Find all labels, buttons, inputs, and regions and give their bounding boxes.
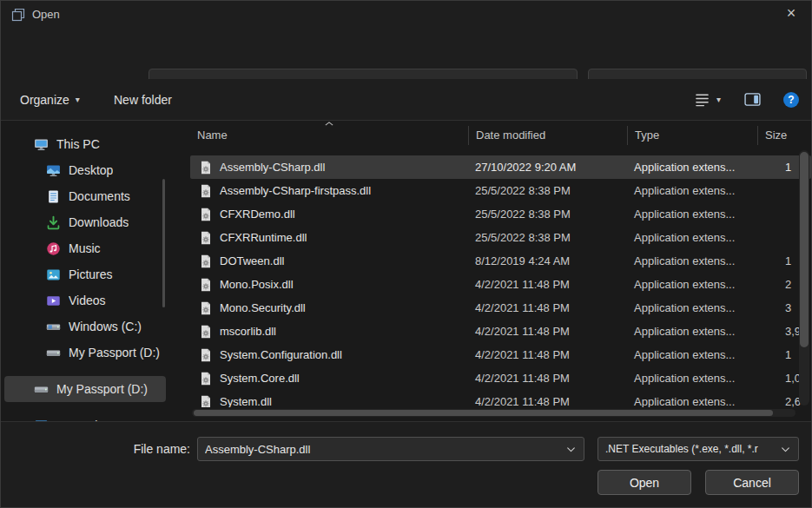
caret-down-icon: ▾ xyxy=(716,95,721,104)
pictures-icon xyxy=(46,267,61,282)
sidebar-item-music[interactable]: Music xyxy=(4,235,166,261)
dll-file-icon xyxy=(199,208,213,221)
window-title: Open xyxy=(32,1,60,29)
dll-file-icon xyxy=(199,231,213,245)
sort-ascending-icon xyxy=(325,122,333,126)
file-name-text: DOTween.dll xyxy=(220,254,284,267)
file-name-combobox[interactable] xyxy=(197,437,584,461)
sidebar-item-label: My Passport (D:) xyxy=(56,382,148,396)
desktop-icon xyxy=(46,163,61,178)
file-type: Application extens... xyxy=(627,301,757,314)
sidebar-item-network[interactable]: Network xyxy=(4,412,166,421)
file-name-label: File name: xyxy=(53,437,190,461)
file-name-text: Assembly-CSharp-firstpass.dll xyxy=(220,184,371,197)
dll-file-icon xyxy=(199,395,213,408)
file-row[interactable]: Assembly-CSharp-firstpass.dll 25/5/2022 … xyxy=(190,179,811,202)
cancel-button[interactable]: Cancel xyxy=(705,470,799,495)
sidebar-item-my-passport-d[interactable]: My Passport (D:) xyxy=(4,376,166,402)
file-row[interactable]: CFXRDemo.dll 25/5/2022 8:38 PM Applicati… xyxy=(190,202,811,226)
dll-file-icon xyxy=(199,278,213,292)
file-name-text: mscorlib.dll xyxy=(220,325,276,338)
file-row[interactable]: Assembly-CSharp.dll 27/10/2022 9:20 AM A… xyxy=(190,155,811,179)
file-row[interactable]: System.Core.dll 4/2/2021 11:48 PM Applic… xyxy=(190,366,811,390)
sidebar-item-my-passport-d[interactable]: My Passport (D:) xyxy=(4,340,166,366)
file-type: Application extens... xyxy=(627,348,757,361)
chevron-down-icon[interactable] xyxy=(780,444,791,455)
vertical-scrollbar-thumb[interactable] xyxy=(800,152,809,347)
file-type: Application extens... xyxy=(627,161,757,174)
organize-button[interactable]: Organize ▾ xyxy=(20,79,80,120)
dll-file-icon xyxy=(199,348,213,362)
sidebar-scrollbar[interactable] xyxy=(162,179,165,307)
help-icon: ? xyxy=(783,92,799,108)
file-row-name-cell: Mono.Security.dll xyxy=(190,301,468,315)
file-row[interactable]: CFXRRuntime.dll 25/5/2022 8:38 PM Applic… xyxy=(190,226,811,249)
file-row[interactable]: Mono.Security.dll 4/2/2021 11:48 PM Appl… xyxy=(190,296,811,320)
help-button[interactable]: ? xyxy=(783,79,799,120)
file-type: Application extens... xyxy=(627,395,757,407)
window-icon xyxy=(11,8,25,22)
new-folder-button[interactable]: New folder xyxy=(114,79,172,120)
file-type: Application extens... xyxy=(627,254,757,267)
sidebar-item-this-pc[interactable]: This PC xyxy=(4,131,166,157)
horizontal-scrollbar-thumb[interactable] xyxy=(194,410,773,416)
column-header-type[interactable]: Type xyxy=(627,126,757,145)
file-row-name-cell: CFXRDemo.dll xyxy=(190,208,468,221)
change-view-button[interactable]: ▾ xyxy=(694,79,721,120)
preview-pane-button[interactable] xyxy=(744,79,761,120)
dll-file-icon xyxy=(199,372,213,386)
file-row-name-cell: System.Core.dll xyxy=(190,372,468,386)
dll-file-icon xyxy=(199,254,213,268)
sidebar-item-label: This PC xyxy=(56,137,100,151)
column-header-date-modified[interactable]: Date modified xyxy=(468,126,627,145)
file-row-name-cell: Assembly-CSharp-firstpass.dll xyxy=(190,184,468,198)
column-header-name-label: Name xyxy=(197,129,228,142)
command-toolbar: Organize ▾ New folder ▾ ? xyxy=(1,79,811,121)
sidebar-item-desktop[interactable]: Desktop xyxy=(4,157,166,183)
file-row[interactable]: System.dll 4/2/2021 11:48 PM Application… xyxy=(190,390,811,407)
sidebar-item-pictures[interactable]: Pictures xyxy=(4,261,166,287)
open-button[interactable]: Open xyxy=(597,470,691,495)
file-type: Application extens... xyxy=(627,208,757,221)
file-name-text: CFXRRuntime.dll xyxy=(220,231,307,244)
dll-file-icon xyxy=(199,325,213,339)
file-list: Name Date modified Type Size Assembly-CS… xyxy=(190,121,811,421)
preview-pane-icon xyxy=(744,93,761,106)
file-row[interactable]: Mono.Posix.dll 4/2/2021 11:48 PM Applica… xyxy=(190,273,811,296)
file-name-input[interactable] xyxy=(205,443,560,456)
vertical-scrollbar[interactable] xyxy=(799,150,809,406)
details-view-icon xyxy=(694,92,710,107)
file-date-modified: 4/2/2021 11:48 PM xyxy=(468,278,627,291)
sidebar-item-downloads[interactable]: Downloads xyxy=(4,209,166,235)
file-row[interactable]: System.Configuration.dll 4/2/2021 11:48 … xyxy=(190,343,811,366)
file-date-modified: 4/2/2021 11:48 PM xyxy=(468,325,627,338)
close-button[interactable]: × xyxy=(771,1,811,29)
file-date-modified: 4/2/2021 11:48 PM xyxy=(468,348,627,361)
sidebar-item-label: Windows (C:) xyxy=(69,320,142,333)
videos-icon xyxy=(46,294,61,308)
title-bar: Open × xyxy=(1,1,811,29)
sidebar-item-documents[interactable]: Documents xyxy=(4,183,166,209)
drive-icon xyxy=(34,382,49,397)
pc-icon xyxy=(34,137,49,152)
file-type-select[interactable]: .NET Executables (*.exe, *.dll, *.r xyxy=(597,437,799,461)
sidebar-item-label: Music xyxy=(69,241,101,255)
file-row-name-cell: CFXRRuntime.dll xyxy=(190,231,468,245)
horizontal-scrollbar[interactable] xyxy=(192,409,795,417)
dll-file-icon xyxy=(199,161,213,175)
file-date-modified: 4/2/2021 11:48 PM xyxy=(468,301,627,314)
sidebar-item-videos[interactable]: Videos xyxy=(4,287,166,313)
file-row[interactable]: mscorlib.dll 4/2/2021 11:48 PM Applicati… xyxy=(190,320,811,343)
file-name-text: CFXRDemo.dll xyxy=(220,208,295,221)
column-header-name[interactable]: Name xyxy=(190,126,468,145)
file-name-text: Mono.Posix.dll xyxy=(220,278,294,291)
chevron-down-icon[interactable] xyxy=(565,444,577,455)
dll-file-icon xyxy=(199,301,213,315)
file-row[interactable]: DOTween.dll 8/12/2019 4:24 AM Applicatio… xyxy=(190,249,811,273)
file-date-modified: 4/2/2021 11:48 PM xyxy=(468,372,627,385)
file-name-text: System.dll xyxy=(220,395,272,407)
dialog-footer: File name: .NET Executables (*.exe, *.dl… xyxy=(1,421,811,507)
column-header-size[interactable]: Size xyxy=(757,126,811,145)
drive-windows-icon xyxy=(46,320,61,334)
sidebar-item-windows-c[interactable]: Windows (C:) xyxy=(4,313,166,340)
